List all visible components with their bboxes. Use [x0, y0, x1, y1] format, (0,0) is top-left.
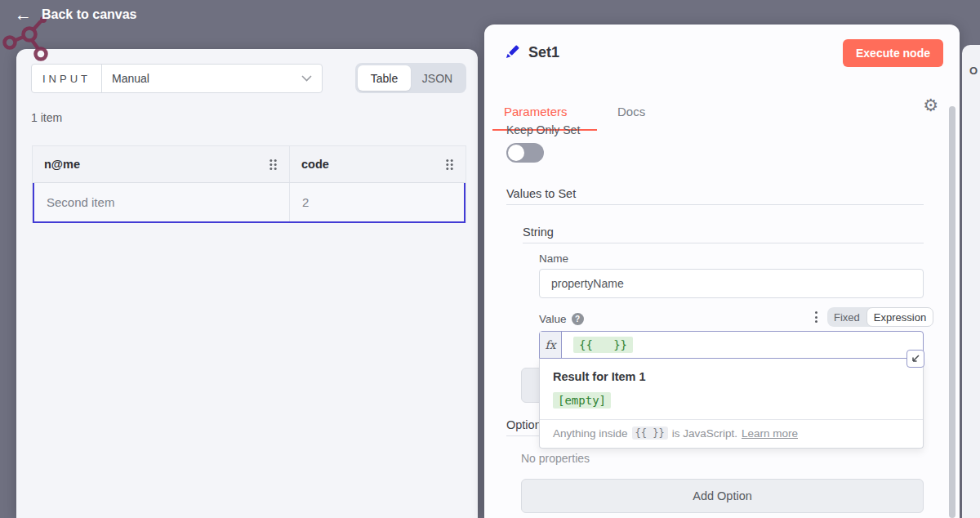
result-title: Result for Item 1 — [540, 359, 923, 383]
node-detail-panel: Set1 Execute node Parameters Docs ⚙ Keep… — [484, 25, 960, 518]
keep-only-set-toggle[interactable] — [506, 143, 544, 163]
expression-hint: Anything inside {{ }} is JavaScript. Lea… — [540, 419, 923, 448]
chevron-down-icon — [301, 65, 322, 92]
expression-editor: fx {{ }} Result for Item 1 [empty] Anyth… — [539, 331, 924, 449]
no-properties-text: No properties — [521, 452, 590, 465]
output-panel-label: OUTPUT — [969, 65, 980, 77]
expression-braces: {{ }} — [573, 337, 633, 353]
keep-only-set-label: Keep Only Set — [506, 123, 580, 136]
name-field-label: Name — [539, 252, 568, 265]
section-divider — [523, 243, 924, 243]
fixed-expression-toggle: Fixed Expression — [827, 307, 924, 327]
drag-handle-icon[interactable] — [269, 159, 278, 171]
cell-name: Second item — [34, 183, 290, 221]
column-header-name[interactable]: n@me — [33, 146, 289, 182]
output-panel: OUTPUT — [962, 45, 980, 518]
parameter-options-menu-icon[interactable] — [813, 310, 819, 324]
edit-pencil-icon — [503, 43, 521, 61]
add-option-button[interactable]: Add Option — [521, 479, 924, 513]
expand-expression-icon[interactable] — [906, 350, 924, 368]
value-field-label: Value ? — [539, 313, 584, 325]
braces-code-chip: {{ }} — [632, 426, 668, 440]
name-field[interactable] — [539, 269, 924, 298]
toggle-knob — [508, 145, 524, 161]
items-count: 1 item — [31, 111, 62, 124]
drag-handle-icon[interactable] — [445, 159, 454, 171]
fixed-mode-tab[interactable]: Fixed — [827, 307, 866, 327]
cell-code: 2 — [290, 183, 464, 221]
result-value: [empty] — [540, 383, 923, 419]
table-header-row: n@me code — [33, 146, 466, 183]
help-icon[interactable]: ? — [572, 313, 584, 325]
tab-docs[interactable]: Docs — [617, 105, 645, 118]
learn-more-link[interactable]: Learn more — [742, 427, 798, 440]
values-to-set-heading: Values to Set — [506, 187, 576, 200]
column-label: n@me — [44, 158, 80, 171]
expression-input[interactable]: {{ }} — [562, 332, 923, 358]
expression-mode-tab[interactable]: Expression — [866, 307, 933, 327]
back-to-canvas-button[interactable]: ← Back to canvas — [15, 6, 137, 23]
expression-input-row: fx {{ }} — [539, 331, 924, 359]
table-json-toggle: Table JSON — [355, 63, 466, 93]
execute-node-button[interactable]: Execute node — [843, 39, 943, 67]
gear-icon[interactable]: ⚙ — [923, 96, 938, 114]
back-arrow-icon: ← — [15, 6, 32, 23]
expression-result-dropdown: Result for Item 1 [empty] Anything insid… — [539, 359, 924, 449]
input-data-table: n@me code Second item 2 — [32, 145, 466, 223]
back-label: Back to canvas — [42, 7, 137, 22]
json-view-tab[interactable]: JSON — [411, 65, 464, 91]
table-view-tab[interactable]: Table — [358, 65, 411, 91]
input-panel-label: INPUT — [32, 65, 102, 92]
table-row: Second item 2 — [33, 183, 466, 223]
input-source-select[interactable]: INPUT Manual — [31, 64, 323, 93]
column-header-code[interactable]: code — [289, 146, 466, 182]
column-label: code — [301, 158, 329, 171]
string-section-heading: String — [523, 226, 554, 239]
input-panel: INPUT Manual Table JSON 1 item n@me code — [16, 49, 478, 518]
scrollbar-thumb[interactable] — [949, 106, 956, 518]
fx-icon: fx — [540, 332, 562, 358]
tab-parameters[interactable]: Parameters — [504, 105, 568, 118]
input-source-value: Manual — [102, 65, 301, 92]
empty-value-chip: [empty] — [553, 392, 611, 409]
section-divider — [506, 204, 924, 205]
node-title: Set1 — [528, 44, 559, 61]
